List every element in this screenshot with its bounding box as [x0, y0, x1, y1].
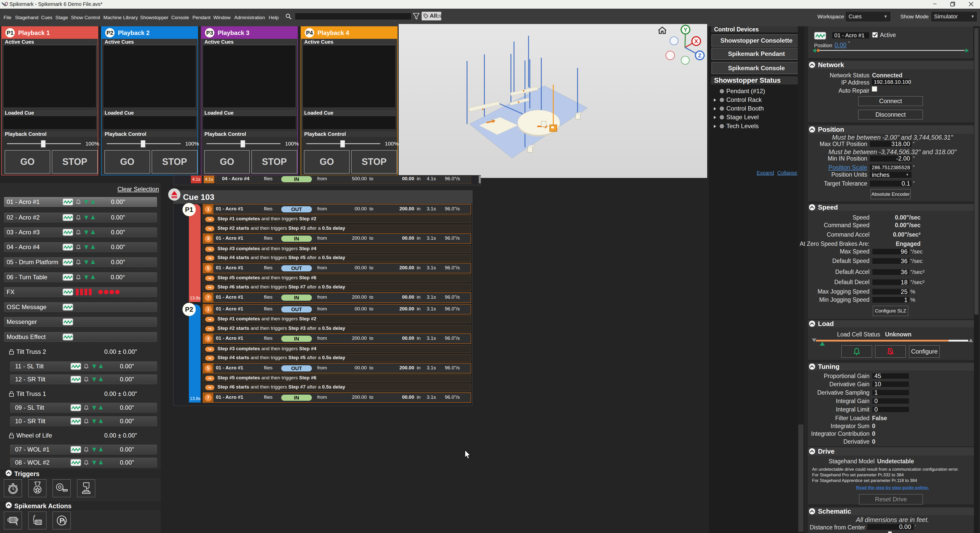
svg-text:Z: Z — [698, 53, 701, 59]
svg-text:P: P — [59, 517, 64, 525]
svg-text:X: X — [694, 38, 698, 45]
svg-text:f: f — [33, 514, 36, 521]
svg-text:Y: Y — [684, 27, 687, 33]
